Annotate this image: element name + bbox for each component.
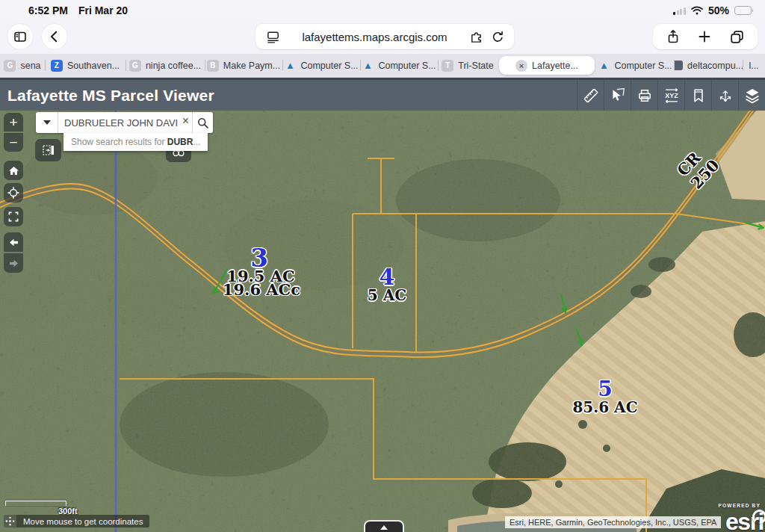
cellular-signal-icon bbox=[673, 7, 686, 15]
share-map-button[interactable] bbox=[711, 80, 738, 111]
chevron-up-icon bbox=[380, 522, 388, 530]
parcel-3-area-2: 19.6 ACc bbox=[223, 282, 300, 297]
panel-splitter-button[interactable] bbox=[35, 139, 61, 161]
tab-partial[interactable]: l... bbox=[743, 54, 765, 77]
wifi-icon bbox=[691, 6, 703, 15]
bookmarks-button[interactable] bbox=[684, 80, 711, 111]
map-canvas[interactable]: 3 19.5 AC 19.6 ACc 4 5 AC 5 85.6 AC CR 2… bbox=[0, 111, 765, 532]
tab-bar: G sena Z Southaven... G ninja coffee... … bbox=[0, 54, 765, 78]
parcel-5-number: 5 bbox=[598, 379, 612, 400]
search-suggestion[interactable]: Show search results for DUBR... bbox=[64, 133, 208, 151]
coordinate-crosshair-icon[interactable] bbox=[4, 515, 16, 528]
tab-tri-state[interactable]: T Tri-State bbox=[438, 54, 498, 77]
favicon: Z bbox=[51, 60, 63, 72]
zoom-in-button[interactable]: + bbox=[4, 113, 23, 132]
next-extent-button[interactable] bbox=[4, 253, 23, 273]
attribute-table-handle[interactable] bbox=[364, 520, 404, 532]
ipad-screen: 6:52 PM Fri Mar 20 50% bbox=[0, 0, 765, 532]
bookmark-icon bbox=[690, 87, 707, 104]
page-title: Lafayette MS Parcel Viewer bbox=[0, 87, 214, 105]
search-box: × bbox=[58, 112, 192, 133]
clock: 6:52 PM bbox=[28, 4, 68, 16]
tab-label: Computer S... bbox=[614, 61, 672, 71]
tab-label: ninja coffee... bbox=[146, 61, 201, 71]
measure-button[interactable] bbox=[577, 80, 604, 111]
zoom-out-button[interactable]: − bbox=[4, 132, 23, 152]
suggestion-ellipsis: ... bbox=[193, 137, 200, 147]
browser-toolbar: lafayettems.maps.arcgis.com bbox=[0, 19, 765, 54]
search-source-dropdown[interactable] bbox=[36, 112, 58, 133]
address-bar[interactable]: lafayettems.maps.arcgis.com bbox=[255, 24, 514, 49]
print-button[interactable] bbox=[631, 80, 657, 111]
share-icon[interactable] bbox=[666, 29, 681, 44]
chevron-down-icon bbox=[43, 120, 51, 129]
locate-button[interactable] bbox=[4, 183, 23, 202]
coordinates-button[interactable]: XYZ bbox=[657, 80, 684, 111]
close-tab-icon[interactable] bbox=[515, 60, 527, 72]
reload-icon[interactable] bbox=[491, 30, 505, 44]
tab-computer-1[interactable]: Computer S... bbox=[282, 54, 360, 77]
extensions-icon[interactable] bbox=[469, 30, 483, 44]
favicon bbox=[674, 61, 683, 70]
search-widget: × bbox=[36, 112, 213, 133]
select-cursor-icon bbox=[610, 87, 626, 104]
tab-southaven[interactable]: Z Southaven... bbox=[45, 54, 126, 77]
tab-label: Make Paym... bbox=[223, 61, 280, 71]
tab-deltacomputer[interactable]: deltacompu... bbox=[674, 54, 743, 77]
parcel-5-area: 85.6 AC bbox=[572, 400, 637, 415]
triangle-favicon bbox=[284, 60, 296, 72]
triangle-favicon bbox=[598, 60, 610, 72]
clear-search-icon[interactable]: × bbox=[182, 115, 189, 127]
xyz-coordinates-icon: XYZ bbox=[663, 87, 681, 105]
battery-icon bbox=[734, 6, 753, 15]
url-text: lafayettems.maps.arcgis.com bbox=[280, 31, 469, 43]
battery-percent: 50% bbox=[708, 4, 729, 16]
search-button[interactable] bbox=[192, 112, 213, 133]
triangle-favicon bbox=[362, 60, 374, 72]
tab-label: Southaven... bbox=[67, 61, 120, 71]
tab-computer-3[interactable]: Computer S... bbox=[596, 54, 674, 77]
back-button[interactable] bbox=[42, 24, 67, 49]
tabs-overview-icon[interactable] bbox=[729, 29, 745, 45]
layers-button[interactable] bbox=[738, 80, 765, 111]
new-tab-icon[interactable] bbox=[697, 29, 712, 44]
tab-label: Computer S... bbox=[300, 61, 358, 71]
coordinate-hint-text: Move mouse to get coordinates bbox=[16, 517, 149, 526]
header-toolbar: XYZ bbox=[577, 80, 765, 111]
tab-label: Computer S... bbox=[378, 61, 436, 71]
tab-computer-2[interactable]: Computer S... bbox=[360, 54, 438, 77]
suggestion-term: DUBR bbox=[167, 137, 193, 147]
date: Fri Mar 20 bbox=[78, 4, 128, 16]
parcel-4-number: 4 bbox=[380, 266, 395, 288]
printer-icon bbox=[637, 87, 653, 104]
search-input[interactable] bbox=[58, 117, 178, 129]
layers-icon bbox=[743, 87, 761, 105]
page-format-icon[interactable] bbox=[266, 30, 280, 44]
tab-label: deltacompu... bbox=[687, 61, 743, 71]
tab-label: Lafayette... bbox=[532, 61, 578, 71]
select-button[interactable] bbox=[604, 80, 631, 111]
tab-label: sena bbox=[20, 61, 40, 71]
home-icon bbox=[7, 164, 20, 177]
share-arrows-icon bbox=[717, 87, 734, 104]
coordinate-bar: Move mouse to get coordinates bbox=[4, 515, 149, 528]
favicon: G bbox=[4, 60, 16, 72]
tab-sena[interactable]: G sena bbox=[0, 54, 45, 77]
fullscreen-extent-button[interactable] bbox=[4, 207, 23, 226]
previous-extent-button[interactable] bbox=[4, 232, 23, 252]
toolbar-right-group bbox=[653, 24, 758, 49]
tab-ninja-coffee[interactable]: G ninja coffee... bbox=[126, 54, 205, 77]
home-extent-button[interactable] bbox=[4, 161, 23, 180]
search-icon bbox=[196, 117, 209, 129]
back-chevron-icon bbox=[48, 30, 61, 43]
sidebar-toggle-button[interactable] bbox=[7, 24, 33, 49]
tab-lafayette-active[interactable]: Lafayette... bbox=[499, 56, 595, 75]
suggestion-prefix: Show search results for bbox=[71, 137, 167, 147]
sidebar-icon bbox=[13, 29, 28, 44]
tab-make-payment[interactable]: B Make Paym... bbox=[205, 54, 282, 77]
scale-bar bbox=[5, 501, 66, 506]
app-header: Lafayette MS Parcel Viewer bbox=[0, 78, 765, 111]
forward-arrow-icon bbox=[7, 257, 20, 270]
svg-text:XYZ: XYZ bbox=[665, 92, 678, 99]
aerial-imagery bbox=[0, 111, 765, 532]
